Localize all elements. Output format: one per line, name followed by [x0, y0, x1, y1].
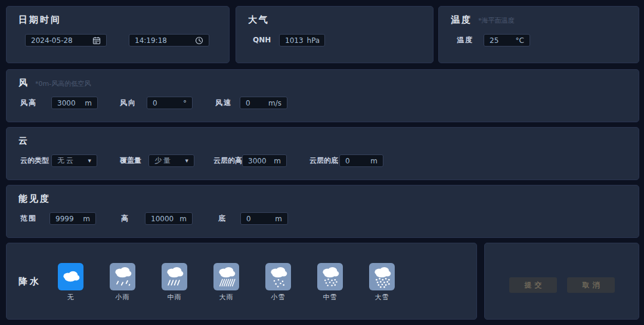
- temperature-panel: 温度*海平面温度 温度 25 °C: [438, 6, 639, 63]
- precip-option-none[interactable]: 无: [58, 263, 83, 302]
- wind-height-value: 3000: [57, 99, 76, 107]
- time-value: 14:19:18: [135, 36, 167, 45]
- cloud-base-label: 云层的底: [309, 154, 338, 167]
- calendar-icon[interactable]: [92, 36, 101, 45]
- temperature-unit: °C: [516, 36, 524, 45]
- temperature-label: 温度: [457, 34, 473, 47]
- cloud-base-value: 0: [345, 157, 350, 165]
- visibility-top-value: 10000: [151, 215, 174, 223]
- visibility-top-label: 高: [121, 212, 129, 225]
- cloud-coverage-value: 少量: [154, 156, 172, 166]
- qnh-unit: hPa: [307, 36, 320, 45]
- time-input[interactable]: 14:19:18: [129, 34, 209, 47]
- precip-option-label: 小雨: [116, 293, 130, 302]
- atmosphere-panel: 大气 QNH 1013 hPa: [236, 6, 434, 63]
- wind-panel: 风*0m-风高的低空风 风高 3000 m 风向 0 ° 风速 0 m/s: [6, 69, 639, 122]
- date-input[interactable]: 2024-05-28: [25, 34, 107, 47]
- wind-panel-title: 风*0m-风高的低空风: [18, 78, 91, 89]
- cloud-top-value: 3000: [248, 157, 267, 165]
- precip-option-label: 中雪: [323, 293, 338, 302]
- visibility-bottom-label: 底: [218, 212, 227, 225]
- visibility-bottom-unit: m: [275, 215, 282, 223]
- atmosphere-panel-title: 大气: [248, 14, 270, 26]
- visibility-top-unit: m: [179, 215, 187, 223]
- medium-rain-icon[interactable]: [162, 263, 187, 290]
- cloud-top-label: 云层的高: [213, 154, 242, 167]
- wind-height-input[interactable]: 3000 m: [51, 97, 98, 109]
- cloud-type-select[interactable]: 无云 ▼: [51, 154, 97, 167]
- heavy-snow-icon[interactable]: [369, 263, 395, 290]
- wind-direction-label: 风向: [120, 97, 137, 109]
- temperature-input[interactable]: 25 °C: [484, 34, 530, 47]
- weather-settings-page: 日期时间 2024-05-28 14:: [0, 0, 644, 325]
- cloud-panel-title: 云: [18, 135, 29, 147]
- submit-button[interactable]: 提交: [509, 277, 557, 293]
- precipitation-options: 无: [58, 263, 395, 302]
- precipitation-panel: 降水 无: [6, 243, 477, 320]
- temperature-value: 25: [490, 36, 499, 45]
- cloud-base-unit: m: [370, 157, 377, 165]
- light-snow-icon[interactable]: [265, 263, 291, 290]
- qnh-label: QNH: [253, 34, 271, 47]
- precipitation-panel-title: 降水: [18, 276, 41, 287]
- wind-direction-input[interactable]: 0 °: [147, 97, 193, 109]
- clock-icon[interactable]: [195, 36, 203, 45]
- wind-height-label: 风高: [20, 97, 37, 109]
- precip-option-light-snow[interactable]: 小雪: [265, 263, 291, 302]
- cloud-base-input[interactable]: 0 m: [339, 154, 383, 167]
- qnh-value: 1013: [285, 36, 304, 45]
- heavy-rain-icon[interactable]: [213, 263, 239, 290]
- wind-speed-value: 0: [246, 99, 250, 107]
- chevron-down-icon: ▼: [88, 159, 91, 163]
- temperature-panel-title: 温度*海平面温度: [451, 14, 515, 26]
- visibility-bottom-value: 0: [246, 215, 251, 223]
- precip-option-medium-rain[interactable]: 中雨: [162, 263, 187, 302]
- datetime-panel: 日期时间 2024-05-28 14:: [6, 6, 230, 63]
- qnh-input[interactable]: 1013 hPa: [279, 34, 325, 47]
- precip-option-heavy-rain[interactable]: 大雨: [213, 263, 239, 302]
- precip-option-light-rain[interactable]: 小雨: [110, 263, 135, 302]
- wind-speed-unit: m/s: [268, 99, 281, 107]
- cloud-icon[interactable]: [58, 263, 83, 290]
- wind-note: *0m-风高的低空风: [35, 80, 91, 88]
- cloud-top-unit: m: [274, 157, 281, 165]
- visibility-bottom-input[interactable]: 0 m: [240, 212, 288, 225]
- chevron-down-icon: ▼: [185, 159, 188, 163]
- precip-option-heavy-snow[interactable]: 大雪: [369, 263, 395, 302]
- temperature-note: *海平面温度: [478, 17, 515, 24]
- visibility-top-input[interactable]: 10000 m: [145, 212, 193, 225]
- precip-option-label: 小雪: [271, 293, 286, 302]
- cloud-coverage-label: 覆盖量: [120, 154, 141, 167]
- wind-speed-input[interactable]: 0 m/s: [240, 97, 287, 109]
- cloud-top-input[interactable]: 3000 m: [242, 154, 287, 167]
- visibility-range-unit: m: [83, 215, 90, 223]
- wind-speed-label: 风速: [215, 97, 232, 109]
- visibility-range-value: 9999: [55, 215, 74, 223]
- visibility-range-label: 范围: [20, 212, 37, 225]
- visibility-panel-title: 能见度: [18, 193, 51, 205]
- cloud-panel: 云 云的类型 无云 ▼ 覆盖量 少量 ▼ 云层的高 3000 m 云层的底 0 …: [6, 127, 639, 180]
- date-value: 2024-05-28: [31, 36, 73, 45]
- precip-option-label: 大雪: [375, 293, 389, 302]
- wind-direction-unit: °: [183, 99, 187, 107]
- cancel-button[interactable]: 取消: [567, 277, 615, 293]
- light-rain-icon[interactable]: [110, 263, 135, 290]
- wind-direction-value: 0: [153, 99, 157, 107]
- datetime-panel-title: 日期时间: [18, 14, 61, 26]
- precip-option-medium-snow[interactable]: 中雪: [317, 263, 343, 302]
- wind-height-unit: m: [85, 99, 92, 107]
- visibility-panel: 能见度 范围 9999 m 高 10000 m 底 0 m: [6, 185, 639, 238]
- cloud-coverage-select[interactable]: 少量 ▼: [148, 154, 194, 167]
- visibility-range-input[interactable]: 9999 m: [49, 212, 96, 225]
- precip-option-label: 中雨: [168, 293, 182, 302]
- cloud-type-label: 云的类型: [20, 154, 49, 167]
- medium-snow-icon[interactable]: [317, 263, 343, 290]
- precip-option-label: 大雨: [219, 293, 234, 302]
- precip-option-label: 无: [67, 293, 75, 302]
- cloud-type-value: 无云: [57, 156, 75, 166]
- actions-panel: 提交 取消: [484, 243, 639, 320]
